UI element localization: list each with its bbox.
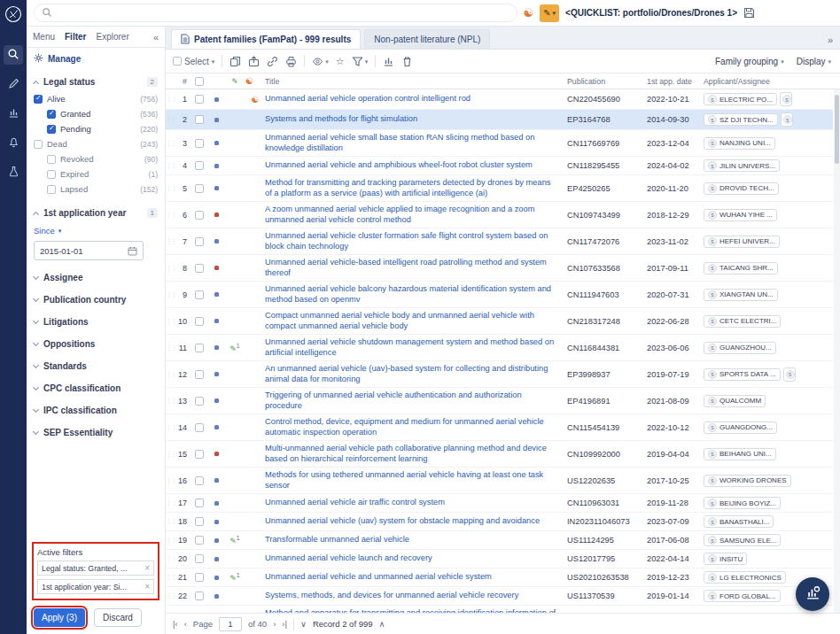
assignee-pill[interactable]: sSPORTS DATA ...	[704, 368, 781, 381]
assignee-pill[interactable]: sSZ DJI TECHN...	[704, 113, 778, 126]
row-checkbox[interactable]	[195, 499, 204, 507]
patent-title-link[interactable]: Unmanned aerial vehicle shutdown managem…	[265, 337, 567, 358]
assignee-pill[interactable]: sJILIN UNIVERS...	[704, 159, 780, 172]
table-row[interactable]: ⋮⋮ 14 ✎ ☯ Control method, device, equipm…	[166, 414, 833, 441]
patent-title-link[interactable]: Unmanned aerial vehicle small base stati…	[265, 133, 567, 153]
drag-handle-icon[interactable]: ⋮⋮	[166, 537, 175, 544]
table-row[interactable]: ⋮⋮ 8 ✎ ☯ Unmanned aerial vehicle-based i…	[166, 255, 833, 282]
drag-handle-icon[interactable]: ⋮⋮	[166, 140, 175, 147]
row-checkbox[interactable]	[195, 317, 204, 326]
drag-handle-icon[interactable]: ⋮⋮	[166, 265, 175, 272]
filter-section[interactable]: CPC classification	[34, 377, 158, 399]
drag-handle-icon[interactable]: ⋮⋮	[166, 574, 175, 581]
similarity-search-icon[interactable]: ☯	[524, 7, 534, 19]
drag-handle-icon[interactable]: ⋮⋮	[166, 344, 175, 352]
assignee-pill[interactable]: sBANASTHALI...	[704, 515, 774, 528]
row-checkbox[interactable]	[195, 139, 204, 148]
filter-section-app-year[interactable]: 1st application year 1	[34, 204, 158, 222]
assignee-pill[interactable]: sFORD GLOBAL...	[704, 590, 781, 602]
drag-handle-icon[interactable]: ⋮⋮	[166, 96, 175, 103]
filter-option[interactable]: Expired (1)	[34, 166, 158, 182]
rail-analytics-item[interactable]	[4, 104, 23, 123]
results-tab[interactable]: Non-patent literature (NPL)	[364, 29, 490, 49]
more-tabs-icon[interactable]: »	[828, 35, 833, 45]
display-button[interactable]: Display ▾	[797, 57, 831, 66]
assignee-pill[interactable]: sLG ELECTRONICS	[704, 571, 786, 584]
rail-edit-item[interactable]	[4, 74, 23, 94]
table-row[interactable]: ⋮⋮ 16 ✎ ☯ Methods for using tethered unm…	[166, 468, 833, 494]
print-icon[interactable]	[285, 56, 297, 67]
row-checkbox[interactable]	[195, 554, 204, 563]
filter-checkbox[interactable]	[47, 170, 56, 179]
annotations-column-icon[interactable]: ✎	[224, 77, 245, 86]
filter-checkbox[interactable]	[34, 95, 43, 104]
assignee-pill[interactable]: sHEFEI UNIVER...	[704, 236, 780, 248]
similarity-column-icon[interactable]: ☯	[245, 76, 265, 86]
row-checkbox[interactable]	[195, 237, 204, 246]
assignee-pill[interactable]: sSAMSUNG ELE...	[704, 534, 781, 546]
assignee-pill[interactable]: sWORKING DRONES	[704, 475, 791, 487]
row-checkbox[interactable]	[195, 450, 204, 459]
patent-title-link[interactable]: Triggering of unmanned aerial vehicle au…	[265, 390, 567, 411]
patent-title-link[interactable]: Unmanned aerial vehicle and unmanned aer…	[265, 572, 567, 583]
remove-filter-icon[interactable]: ×	[141, 563, 150, 573]
similarity-icon[interactable]: ☯	[252, 95, 260, 104]
assignee-pill[interactable]: sQUALCOMM	[704, 395, 766, 407]
table-row[interactable]: ⋮⋮ 23 ✎ ☯ Method and apparatus for trans…	[166, 606, 833, 613]
row-checkbox[interactable]	[195, 95, 204, 104]
row-checkbox[interactable]	[195, 290, 204, 299]
table-row[interactable]: ⋮⋮ 1 ✎ ☯ Unmanned aerial vehicle operati…	[166, 89, 833, 110]
patent-title-link[interactable]: Unmanned aerial vehicle balcony hazardou…	[265, 284, 567, 305]
assignee-pill-overflow[interactable]: s	[783, 367, 796, 382]
select-menu-button[interactable]: Select ▾	[173, 57, 214, 66]
table-row[interactable]: ⋮⋮ 22 ✎ ☯ Systems, methods, and devices …	[166, 587, 833, 606]
chart-icon[interactable]	[383, 56, 394, 67]
analytics-fab[interactable]	[796, 577, 829, 611]
patent-title-link[interactable]: Unmanned aerial vehicle cluster formatio…	[265, 231, 567, 251]
drag-handle-icon[interactable]: ⋮⋮	[166, 318, 175, 325]
table-row[interactable]: ⋮⋮ 13 ✎ ☯ Triggering of unmanned aerial …	[166, 388, 833, 414]
scrollbar-thumb[interactable]	[835, 95, 839, 164]
row-checkbox[interactable]	[195, 573, 204, 582]
row-checkbox[interactable]	[195, 264, 204, 273]
drag-handle-icon[interactable]: ⋮⋮	[166, 116, 175, 123]
drag-handle-icon[interactable]: ⋮⋮	[166, 238, 175, 245]
filter-option[interactable]: Dead (243)	[34, 136, 158, 151]
patent-title-link[interactable]: Unmanned aerial vehicle air traffic cont…	[265, 498, 567, 508]
edit-quicklist-button[interactable]: ✎ ▾	[540, 4, 559, 22]
link-icon[interactable]	[267, 56, 278, 67]
last-page-icon[interactable]: ›|	[282, 619, 287, 629]
filter-option[interactable]: Granted (536)	[34, 106, 158, 121]
search-box[interactable]	[34, 4, 517, 22]
trash-icon[interactable]	[401, 56, 413, 67]
row-checkbox[interactable]	[195, 184, 204, 193]
quicklist-label[interactable]: <QUICKLIST: portfolio/Drones/Drones 1>	[565, 8, 737, 18]
remove-filter-icon[interactable]: ×	[141, 582, 150, 591]
table-row[interactable]: ⋮⋮ 5 ✎ ☯ Method for transmitting and tra…	[166, 175, 833, 202]
family-grouping-button[interactable]: Family grouping ▾	[715, 57, 784, 66]
table-row[interactable]: ⋮⋮ 9 ✎ ☯ Unmanned aerial vehicle balcony…	[166, 282, 833, 308]
patent-title-link[interactable]: Multi-unmanned aerial vehicle path colla…	[265, 444, 567, 464]
apply-button[interactable]: Apply (3)	[34, 608, 85, 627]
discard-button[interactable]: Discard	[94, 608, 142, 627]
filter-checkbox[interactable]	[47, 125, 56, 134]
filter-section[interactable]: IPC classification	[34, 399, 158, 421]
active-filter-chip[interactable]: Legal status: Granted, ... ×	[37, 561, 154, 576]
note-badge[interactable]: ✎1	[229, 537, 239, 545]
collapse-panel-icon[interactable]: «	[153, 32, 159, 43]
table-row[interactable]: ⋮⋮ 17 ✎ ☯ Unmanned aerial vehicle air tr…	[166, 494, 833, 513]
assignee-pill[interactable]: sNANJING UNI...	[704, 137, 775, 150]
rail-alerts-item[interactable]	[4, 133, 23, 152]
patent-title-link[interactable]: Systems and methods for flight simulatio…	[265, 114, 567, 125]
filter-option[interactable]: Lapsed (152)	[34, 182, 158, 197]
search-input[interactable]	[58, 8, 509, 18]
filter-checkbox[interactable]	[47, 155, 56, 164]
panel-tab[interactable]: Explorer	[96, 32, 128, 42]
table-row[interactable]: ⋮⋮ 20 ✎ ☯ Unmanned aerial vehicle launch…	[166, 550, 833, 568]
select-all-checkbox[interactable]	[173, 57, 182, 66]
export-icon[interactable]	[248, 56, 260, 67]
drag-handle-icon[interactable]: ⋮⋮	[166, 451, 175, 458]
table-row[interactable]: ⋮⋮ 10 ✎ ☯ Compact unmanned aerial vehicl…	[166, 308, 833, 335]
assignee-pill[interactable]: sBEIHANG UNI...	[704, 448, 776, 460]
table-row[interactable]: ⋮⋮ 7 ✎ ☯ Unmanned aerial vehicle cluster…	[166, 228, 833, 255]
